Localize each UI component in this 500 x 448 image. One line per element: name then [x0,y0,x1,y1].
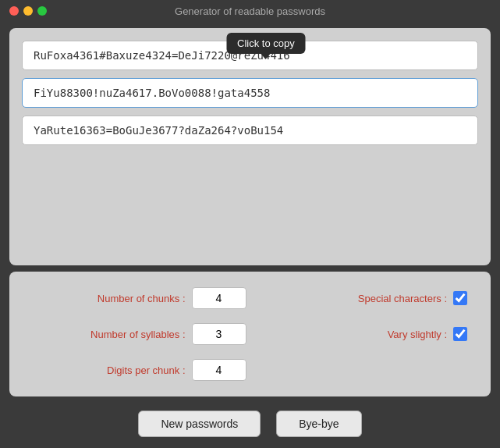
password-field-3 [22,116,478,145]
titlebar: Generator of readable passwords [0,0,500,22]
vary-checkbox-wrapper [453,327,467,341]
special-label: Special characters : [254,293,448,304]
password-input-2[interactable] [22,78,478,108]
special-row: Special characters : [254,287,468,309]
password-input-3[interactable] [22,116,478,145]
bye-bye-button[interactable]: Bye-bye [276,411,361,437]
passwords-panel: Click to copy [9,28,491,265]
syllables-input[interactable] [192,323,246,345]
syllables-row: Number of syllables : [33,323,246,345]
window-controls [9,6,47,16]
chunks-input[interactable] [192,287,246,309]
digits-input[interactable] [192,359,246,381]
vary-checkbox[interactable] [453,327,467,341]
password-input-1[interactable] [22,41,478,70]
close-button[interactable] [9,6,19,16]
empty-cell [254,359,468,381]
bottom-bar: New passwords Bye-bye [0,403,500,448]
digits-label: Digits per chunk : [33,364,186,376]
vary-row: Vary slightly : [254,323,468,345]
digits-row: Digits per chunk : [33,359,246,381]
special-checkbox[interactable] [453,291,467,305]
main-content: Click to copy Number of chunks : Special… [0,22,500,403]
password-field-1: Click to copy [22,41,478,70]
chunks-row: Number of chunks : [33,287,246,309]
new-passwords-button[interactable]: New passwords [138,411,261,437]
app-title: Generator of readable passwords [175,5,325,17]
maximize-button[interactable] [37,6,47,16]
minimize-button[interactable] [23,6,33,16]
settings-grid: Number of chunks : Special characters : … [33,287,467,381]
vary-label: Vary slightly : [254,329,448,340]
settings-panel: Number of chunks : Special characters : … [9,272,491,396]
special-checkbox-wrapper [453,291,467,305]
syllables-label: Number of syllables : [33,329,186,340]
password-field-2 [22,78,478,108]
chunks-label: Number of chunks : [33,293,186,304]
